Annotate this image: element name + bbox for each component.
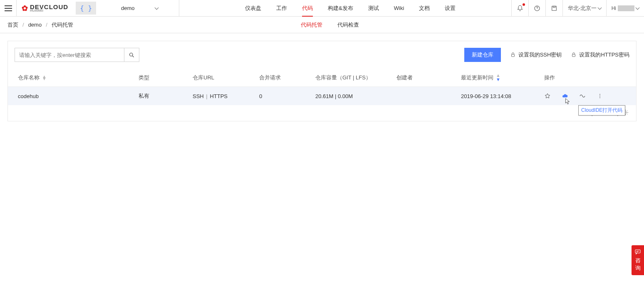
hamburger-icon xyxy=(5,5,12,11)
save-icon xyxy=(551,5,557,12)
col-owner: 创建者 xyxy=(393,74,458,81)
lock-icon xyxy=(510,52,516,58)
user-menu[interactable]: Hi xyxy=(606,0,644,17)
nav-dashboard[interactable]: 仪表盘 xyxy=(238,0,269,17)
search-box xyxy=(15,48,139,62)
set-ssh-label: 设置我的SSH密钥 xyxy=(518,51,562,59)
notification-dot-icon xyxy=(523,3,525,6)
table-header: 仓库名称 ▲▼ 类型 仓库URL 合并请求 仓库容量（GIT | LFS） 创建… xyxy=(8,69,636,87)
brand-sub: HUAWEI xyxy=(30,9,43,12)
region-selector[interactable]: 华北-北京一 xyxy=(562,0,606,17)
brand-logo[interactable]: ✿ DEVCLOUD HUAWEI xyxy=(17,4,73,13)
pipeline-button[interactable] xyxy=(579,93,586,99)
nav-wiki[interactable]: Wiki xyxy=(386,0,412,17)
sort-icon: ▲▼ xyxy=(42,76,47,80)
table-row: codehub 私有 SSH | HTTPS 0 20.61M | 0.00M … xyxy=(8,87,636,105)
svg-rect-1 xyxy=(552,6,556,10)
col-mr: 合并请求 xyxy=(256,74,312,81)
cell-capacity: 20.61M | 0.00M xyxy=(312,93,393,99)
new-repo-button[interactable]: 新建仓库 xyxy=(464,48,501,62)
star-button[interactable] xyxy=(544,93,551,99)
user-avatar xyxy=(618,5,634,11)
chevron-down-icon xyxy=(155,5,158,11)
cell-time: 2019-06-29 13:14:08 xyxy=(458,93,541,99)
tooltip: CloudIDE打开代码 xyxy=(578,105,625,116)
help-icon xyxy=(534,5,540,12)
menu-toggle[interactable] xyxy=(0,0,17,17)
star-icon xyxy=(544,93,551,99)
bell-icon xyxy=(517,5,523,12)
project-selector[interactable]: demo xyxy=(96,0,179,17)
nav-build[interactable]: 构建&发布 xyxy=(320,0,361,17)
ssh-link[interactable]: SSH xyxy=(193,93,204,99)
breadcrumb: 首页 / demo / 代码托管 xyxy=(7,21,73,29)
cell-mr: 0 xyxy=(256,93,312,99)
user-greeting: Hi xyxy=(612,5,616,11)
sort-icon: ▲▼ xyxy=(496,74,500,81)
cloudide-button[interactable]: CloudIDE打开代码 xyxy=(562,93,568,99)
col-name[interactable]: 仓库名称 ▲▼ xyxy=(15,74,135,81)
region-label: 华北-北京一 xyxy=(568,5,597,12)
search-button[interactable] xyxy=(124,48,139,62)
svg-point-8 xyxy=(599,97,600,98)
col-url: 仓库URL xyxy=(189,74,256,81)
svg-point-6 xyxy=(599,94,600,95)
breadcrumb-separator: / xyxy=(22,22,24,28)
cell-type: 私有 xyxy=(135,92,189,100)
sub-nav: 代码托管 代码检查 xyxy=(301,21,359,29)
nav-docs[interactable]: 文档 xyxy=(411,0,437,17)
nav-work[interactable]: 工作 xyxy=(269,0,295,17)
svg-point-3 xyxy=(130,53,133,56)
cell-name[interactable]: codehub xyxy=(15,93,135,99)
svg-rect-4 xyxy=(511,54,514,57)
breadcrumb-separator: / xyxy=(46,22,47,28)
save-button[interactable] xyxy=(545,0,562,17)
search-input[interactable] xyxy=(15,52,124,58)
breadcrumb-home[interactable]: 首页 xyxy=(7,21,18,29)
cell-url: SSH | HTTPS xyxy=(189,93,256,99)
col-ops: 操作 xyxy=(541,74,629,81)
breadcrumb-project[interactable]: demo xyxy=(28,22,42,28)
help-button[interactable] xyxy=(528,0,545,17)
lock-icon xyxy=(571,52,577,58)
cursor-icon xyxy=(565,98,571,105)
subtab-codecheck[interactable]: 代码检查 xyxy=(337,21,359,29)
huawei-flower-icon: ✿ xyxy=(22,4,28,13)
nav-code[interactable]: 代码 xyxy=(295,0,320,17)
breadcrumb-current: 代码托管 xyxy=(52,21,73,29)
svg-rect-5 xyxy=(572,54,575,57)
chevron-down-icon xyxy=(597,6,602,10)
svg-rect-2 xyxy=(553,6,555,7)
main-nav: 仪表盘 工作 代码 构建&发布 测试 Wiki 文档 设置 xyxy=(238,0,463,17)
set-https-label: 设置我的HTTPS密码 xyxy=(579,51,629,59)
svg-point-7 xyxy=(599,96,600,96)
https-link[interactable]: HTTPS xyxy=(210,93,228,99)
project-icon: { } xyxy=(76,2,96,15)
project-name: demo xyxy=(121,5,135,11)
nav-test[interactable]: 测试 xyxy=(361,0,386,17)
col-type: 类型 xyxy=(135,74,189,81)
col-time[interactable]: 最近更新时间 ▲▼ xyxy=(458,74,541,81)
more-button[interactable] xyxy=(597,93,603,99)
notifications-button[interactable] xyxy=(511,0,528,17)
subtab-codehub[interactable]: 代码托管 xyxy=(301,21,322,29)
cell-ops: CloudIDE打开代码 xyxy=(541,93,629,99)
kebab-icon xyxy=(597,93,603,99)
set-https-pwd-link[interactable]: 设置我的HTTPS密码 xyxy=(571,51,629,59)
set-ssh-key-link[interactable]: 设置我的SSH密钥 xyxy=(510,51,562,59)
nav-settings[interactable]: 设置 xyxy=(437,0,463,17)
wave-icon xyxy=(579,92,586,100)
search-icon xyxy=(129,52,135,58)
col-capacity: 仓库容量（GIT | LFS） xyxy=(312,74,393,81)
chevron-down-icon xyxy=(636,6,640,10)
